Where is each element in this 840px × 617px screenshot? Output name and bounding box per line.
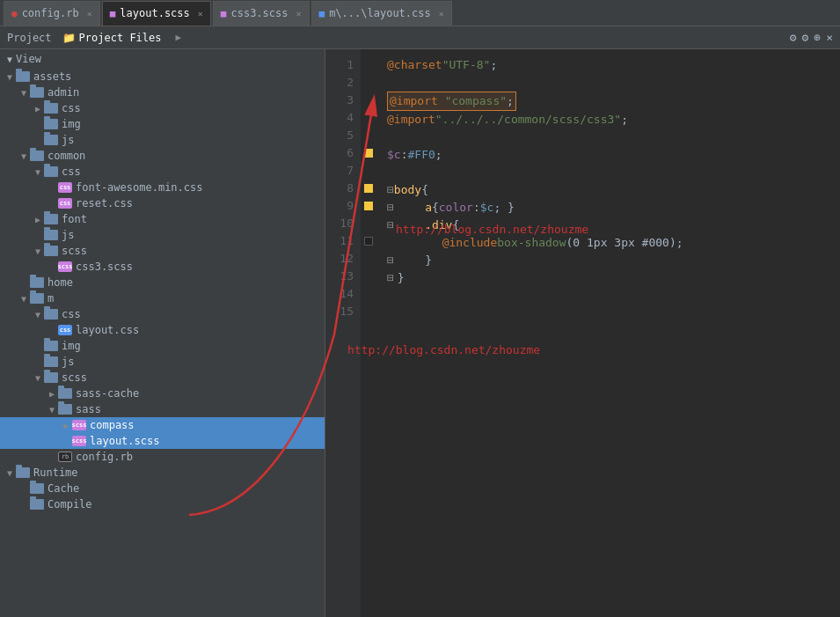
ruby-icon: ● [11, 8, 18, 19]
tree-m-js[interactable]: js [0, 354, 325, 370]
tab-m-layout-css[interactable]: ■ m\...\layout.css ✕ [311, 1, 452, 26]
close-nav-icon[interactable]: × [826, 31, 833, 44]
tab-close-config-rb[interactable]: ✕ [87, 9, 92, 18]
assets-label: assets [33, 70, 71, 83]
tree-css3-scss[interactable]: scss css3.scss [0, 259, 325, 275]
token-6-3: #FF0 [407, 146, 435, 164]
css3-scss-label: css3.scss [76, 261, 133, 273]
tab-layout-scss[interactable]: ■ layout.scss ✕ [102, 1, 211, 26]
tree-layout-css[interactable]: css layout.css [0, 322, 325, 338]
m-scss-arrow: ▼ [32, 373, 44, 383]
tree-admin-img[interactable]: ▶ img [0, 116, 325, 132]
tree-compass[interactable]: ▶ scss compass [0, 417, 325, 433]
tree-home[interactable]: home [0, 275, 325, 290]
assets-arrow: ▼ [4, 72, 16, 82]
add-icon[interactable]: ⊕ [814, 31, 821, 44]
gutter-8 [361, 180, 376, 197]
admin-folder-icon [30, 87, 44, 98]
line-num-7: 7 [325, 162, 354, 180]
tree-common-font[interactable]: ▶ font [0, 211, 325, 227]
token-4-3: ; [621, 111, 628, 129]
m-img-label: img [62, 340, 81, 352]
tree-common-js[interactable]: js [0, 227, 325, 243]
tree-common-css[interactable]: ▼ css [0, 164, 325, 180]
token-9-6: ; } [493, 199, 514, 217]
m-css-label: css [62, 308, 81, 320]
css3-badge-icon: scss [58, 261, 72, 272]
token-3-2: "compass" [445, 94, 507, 107]
tree-compile[interactable]: Compile [0, 496, 325, 512]
tree-cache[interactable]: Cache [0, 481, 325, 496]
token-11-1: @include [442, 234, 498, 252]
view-row[interactable]: ▼ View [0, 49, 325, 69]
gutter-9 [361, 197, 376, 215]
common-scss-label: scss [62, 245, 87, 257]
tree-layout-scss[interactable]: scss layout.scss [0, 433, 325, 449]
token-9-3: color [439, 199, 473, 217]
m-arrow: ▼ [18, 294, 30, 304]
line-num-1: 1 [325, 56, 354, 74]
tree-common[interactable]: ▼ common [0, 148, 325, 164]
m-img-folder-icon [44, 341, 58, 351]
project-nav: Project 📁 Project Files ▶ ⚙ ⚙ ⊕ × [0, 26, 840, 49]
tree-assets[interactable]: ▼ assets [0, 69, 325, 84]
common-arrow: ▼ [18, 151, 30, 161]
tab-close-layout-scss[interactable]: ✕ [198, 9, 203, 18]
gutter-13 [361, 268, 376, 285]
gutter-9-marker [364, 202, 373, 210]
tree-m-css[interactable]: ▼ css [0, 306, 325, 322]
tree-font-awesome[interactable]: css font-awesome.min.css [0, 180, 325, 195]
tree-sass-cache[interactable]: ▶ sass-cache [0, 386, 325, 401]
admin-label: admin [47, 86, 79, 99]
nav-arrow: ▶ [176, 32, 182, 43]
tree-sass[interactable]: ▼ sass [0, 401, 325, 417]
token-11-indent [387, 234, 442, 252]
token-6-4: ; [435, 146, 442, 164]
reset-badge-icon: css [58, 198, 72, 209]
tab-close-m-layout-css[interactable]: ✕ [439, 9, 444, 18]
token-6-1: $c [387, 146, 401, 164]
token-9-2: { [432, 199, 439, 217]
token-1-3: ; [490, 56, 497, 74]
token-9-indent [398, 199, 425, 217]
tab-close-css3-scss[interactable]: ✕ [296, 9, 301, 18]
code-line-13: ⊟} [387, 269, 829, 287]
tree-config-rb[interactable]: rb config.rb [0, 449, 325, 465]
code-line-15 [387, 305, 829, 322]
nav-project[interactable]: Project [7, 32, 52, 44]
code-content[interactable]: @charset "UTF-8"; @import "compass"; @im… [376, 49, 840, 617]
m-folder-icon [30, 293, 44, 304]
layout-scss-badge-icon: scss [72, 436, 86, 446]
tree-m-scss[interactable]: ▼ scss [0, 370, 325, 386]
home-label: home [47, 276, 73, 289]
tab-css3-scss[interactable]: ■ css3.scss ✕ [213, 1, 310, 26]
token-10-2: { [452, 217, 459, 234]
line-num-15: 15 [325, 303, 354, 320]
settings2-icon[interactable]: ⚙ [802, 31, 809, 44]
tree-runtime[interactable]: ▼ Runtime [0, 465, 325, 481]
sass-cache-arrow: ▶ [46, 389, 58, 399]
tree-common-scss[interactable]: ▼ scss [0, 243, 325, 259]
admin-img-label: img [62, 118, 81, 130]
line-num-5: 5 [325, 127, 354, 144]
admin-img-folder-icon [44, 119, 58, 129]
tree-admin-css[interactable]: ▶ css [0, 100, 325, 116]
css-icon: ■ [319, 8, 325, 19]
tree-admin[interactable]: ▼ admin [0, 84, 325, 100]
code-line-3: @import "compass"; [387, 92, 829, 111]
tree-m[interactable]: ▼ m [0, 290, 325, 306]
nav-project-files[interactable]: 📁 Project Files [62, 32, 162, 44]
tree-admin-js[interactable]: ▶ js [0, 132, 325, 148]
runtime-folder-icon [16, 467, 30, 478]
gutter [361, 49, 376, 617]
gutter-8-marker [364, 184, 373, 193]
tree-reset-css[interactable]: css reset.css [0, 195, 325, 211]
common-css-folder-icon [44, 166, 58, 177]
settings-icon[interactable]: ⚙ [790, 31, 797, 44]
tree-m-img[interactable]: img [0, 338, 325, 354]
gutter-4 [361, 109, 376, 127]
gutter-11-marker [364, 237, 373, 246]
common-js-folder-icon [44, 230, 58, 240]
tab-label-m-layout-css: m\...\layout.css [329, 7, 431, 19]
tab-config-rb[interactable]: ● config.rb ✕ [4, 1, 100, 26]
